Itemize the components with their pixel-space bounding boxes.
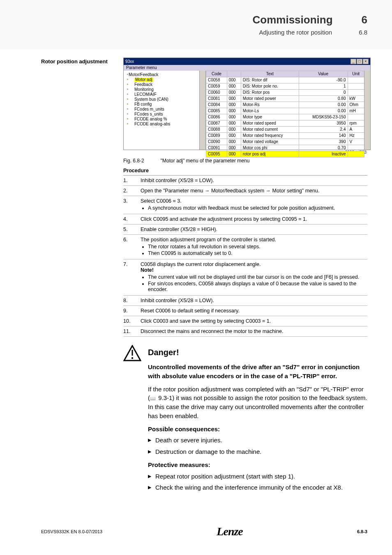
grid-cell: 390	[299, 139, 348, 145]
tree-item[interactable]: Feedback	[126, 82, 199, 87]
grid-cell	[348, 83, 364, 90]
grid-cell: Hz	[348, 133, 364, 139]
grid-cell: C0084	[206, 102, 227, 108]
grid-row[interactable]: C0058000DIS: Rotor dif-90.0	[206, 77, 364, 83]
grid-cell: 000	[227, 96, 241, 102]
procedure-step: 11.Disconnect the mains and reconnect th…	[123, 326, 367, 337]
grid-header[interactable]: Text	[241, 71, 299, 77]
grid-header[interactable]: Unit	[348, 71, 364, 77]
section-number: 6.8	[359, 28, 367, 37]
brand-logo: Lenze	[217, 525, 242, 538]
figure-number: Fig. 6.8-2	[123, 158, 144, 164]
tree-item[interactable]: FB config	[126, 102, 199, 107]
page-number: 6.8-3	[357, 529, 367, 534]
grid-row[interactable]: C0095000rotor pos adjInactive	[206, 151, 364, 157]
step-number: 3.	[123, 198, 133, 212]
step-body: Click C0095 and activate the adjustment …	[141, 216, 367, 222]
grid-pane[interactable]: CodeTextValueUnitC0058000DIS: Rotor dif-…	[206, 71, 370, 150]
titlebar: 93xx _□×	[124, 58, 370, 65]
grid-cell	[348, 90, 364, 96]
measures-heading: Protective measures:	[148, 460, 367, 469]
grid-cell: Inactive	[299, 151, 348, 157]
maximize-icon[interactable]: □	[357, 59, 362, 64]
grid-row[interactable]: C0084000Motor-Rs0.00Ohm	[206, 102, 364, 108]
step-number: 11.	[123, 328, 133, 334]
tree-item[interactable]: FCODE analog %	[126, 117, 199, 122]
grid-cell: mH	[348, 108, 364, 114]
grid-row[interactable]: C0085000Motor-Ls0.00mH	[206, 108, 364, 114]
chapter-number: 6	[362, 12, 367, 27]
grid-cell: 0.70	[299, 145, 348, 151]
step-body: Reset C0006 to default setting if necess…	[141, 308, 367, 314]
tree-item[interactable]: FCodes m_units	[126, 107, 199, 112]
grid-cell: C0058	[206, 77, 227, 83]
grid-cell: C0089	[206, 133, 227, 139]
tree-item[interactable]: Monitoring	[126, 87, 199, 92]
window-controls: _□×	[350, 59, 369, 64]
tree-item[interactable]: FCODE analog-abs	[126, 122, 199, 127]
header-band: Commissioning 6 Adjusting the rotor posi…	[0, 0, 392, 49]
grid-row[interactable]: C0059000DIS: Motor pole no.1	[206, 83, 364, 90]
step-body: Inhibit controller (X5/28 = LOW).	[141, 298, 367, 303]
grid-row[interactable]: C0081000Motor rated power0.80kW	[206, 96, 364, 102]
grid-cell: 000	[227, 90, 241, 96]
grid-row[interactable]: C0087000Motor rated speed3950rpm	[206, 120, 364, 127]
doc-id: EDSVS9332K EN 8.0-07/2013	[41, 529, 102, 534]
minimize-icon[interactable]: _	[350, 59, 356, 64]
step-number: 10.	[123, 318, 133, 324]
tree-item[interactable]: Motor adj	[126, 77, 199, 82]
grid-cell: 000	[227, 108, 241, 114]
procedure-step: 6.The position adjustment program of the…	[123, 235, 367, 259]
consequence-item: Death or severe injuries.	[148, 436, 367, 445]
grid-cell: V	[348, 139, 364, 145]
grid-row[interactable]: C0090000Motor rated voltage390V	[206, 139, 364, 145]
grid-cell: 000	[227, 83, 241, 90]
grid-cell: 0.00	[299, 108, 348, 114]
figure-caption-text: "Motor adj" menu of the parameter menu	[161, 158, 250, 164]
grid-cell: Ohm	[348, 102, 364, 108]
tree-pane[interactable]: Motor/FeedbackMotor adjFeedbackMonitorin…	[124, 71, 206, 150]
step-number: 2.	[123, 188, 133, 194]
tree-item[interactable]: System bus (CAN)	[126, 97, 199, 102]
grid-row[interactable]: C0089000Motor rated frequency140Hz	[206, 133, 364, 139]
grid-cell	[348, 114, 364, 120]
step-body: Inhibit controller (X5/28 = LOW).	[141, 178, 367, 183]
grid-cell: Motor type	[241, 114, 299, 120]
grid-cell: 0	[299, 90, 348, 96]
tree-item[interactable]: LECOM/AIF	[126, 92, 199, 97]
grid-cell	[348, 145, 364, 151]
step-number: 5.	[123, 227, 133, 232]
grid-cell: Motor cos phi	[241, 145, 299, 151]
grid-cell: 000	[227, 145, 241, 151]
grid-cell: DIS: Rotor pos	[241, 90, 299, 96]
grid-cell: C0087	[206, 120, 227, 127]
grid-cell: C0090	[206, 139, 227, 145]
grid-cell: kW	[348, 96, 364, 102]
grid-row[interactable]: C0088000Motor rated current2.4A	[206, 127, 364, 133]
grid-header[interactable]: Code	[206, 71, 227, 77]
grid-cell: C0095	[206, 151, 227, 157]
grid-cell: 2.4	[299, 127, 348, 133]
grid-cell	[348, 151, 364, 157]
menu-bar[interactable]: Parameter menu	[124, 65, 370, 71]
app-window: 93xx _□× Parameter menu Motor/FeedbackMo…	[123, 58, 371, 150]
tree-root[interactable]: Motor/Feedback	[126, 72, 199, 77]
close-icon[interactable]: ×	[363, 59, 369, 64]
grid-row[interactable]: C0091000Motor cos phi0.70	[206, 145, 364, 151]
grid-header[interactable]: Value	[299, 71, 348, 77]
measure-item: Check the wiring and the interference im…	[148, 483, 367, 492]
tree-item[interactable]: FCodes s_units	[126, 112, 199, 117]
grid-header[interactable]	[227, 71, 241, 77]
grid-cell: MDSKS56-23-150	[299, 114, 348, 120]
step-body: Disconnect the mains and reconnect the m…	[141, 328, 367, 334]
grid-cell: A	[348, 127, 364, 133]
grid-row[interactable]: C0060000DIS: Rotor pos0	[206, 90, 364, 96]
step-body: C0058 displays the current rotor displac…	[141, 261, 367, 293]
danger-block: Danger! Uncontrolled movements of the dr…	[123, 345, 367, 496]
step-number: 8.	[123, 298, 133, 303]
procedure-step: 7.C0058 displays the current rotor displ…	[123, 259, 367, 296]
grid-cell: 0.80	[299, 96, 348, 102]
grid-row[interactable]: C0086000Motor typeMDSKS56-23-150	[206, 114, 364, 120]
step-number: 1.	[123, 178, 133, 183]
procedure-heading: Procedure	[123, 168, 367, 176]
